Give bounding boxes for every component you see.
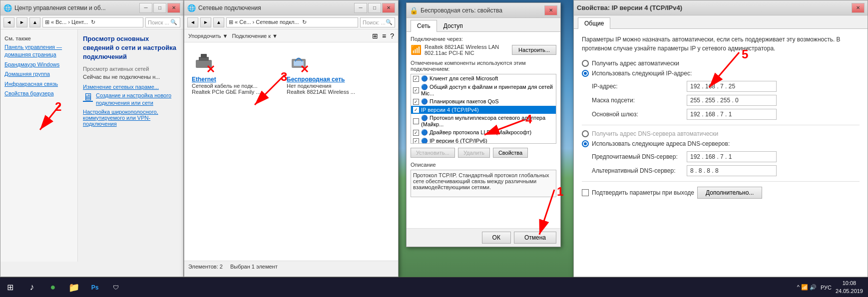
- preferred-dns-input[interactable]: [687, 151, 777, 162]
- ip-address-row: IP-адрес:: [592, 81, 860, 92]
- comp-item-2[interactable]: 🔵 Планировщик пакетов QoS: [411, 97, 556, 106]
- taskbar-app-security[interactable]: 🛡: [106, 279, 126, 297]
- comp-check-3[interactable]: [413, 107, 419, 113]
- wireless-status: Нет подключения: [287, 83, 331, 89]
- alternate-dns-input[interactable]: [687, 165, 777, 176]
- close-btn-2[interactable]: ✕: [382, 3, 395, 13]
- radio-manual-dns[interactable]: Использовать следующие адреса DNS-сервер…: [582, 140, 860, 147]
- configure-btn[interactable]: Настроить...: [512, 45, 556, 55]
- comp-check-2[interactable]: [413, 99, 419, 105]
- up-btn-1[interactable]: ▲: [29, 17, 40, 27]
- back-btn-2[interactable]: ◄: [187, 17, 198, 27]
- comp-check-5[interactable]: [413, 130, 419, 136]
- view-list-btn[interactable]: ≡: [382, 32, 386, 40]
- comp-item-1[interactable]: 🔵 Общий доступ к файлам и принтерам для …: [411, 83, 556, 97]
- setup-link[interactable]: Настройка широкополосного, коммутируемог…: [83, 109, 178, 127]
- preferred-dns-row: Предпочитаемый DNS-сервер:: [592, 151, 860, 162]
- dialog-wireless-props: 🔒 Беспроводная сеть: свойства ✕ Сеть Дос…: [406, 2, 561, 247]
- refresh-icon-2[interactable]: ↻: [302, 19, 307, 25]
- sidebar-link-browser[interactable]: Свойства браузера: [0, 89, 77, 98]
- address-bar-2[interactable]: ⊞ « Се... › Сетевые подкл... ↻: [226, 17, 358, 27]
- sidebar-link-infrared[interactable]: Инфракрасная связь: [0, 79, 77, 89]
- taskbar-app-chrome[interactable]: ●: [43, 279, 63, 297]
- validate-checkbox-row: Подтвердить параметры при выходе Дополни…: [582, 187, 860, 199]
- radio-auto-ip-circle[interactable]: [582, 60, 589, 67]
- radio-auto-dns-label: Получить адрес DNS-сервера автоматически: [592, 130, 718, 137]
- connect-to-btn[interactable]: Подключение к ▼: [232, 33, 278, 39]
- maximize-btn-2[interactable]: □: [368, 3, 381, 13]
- comp-item-0[interactable]: 🔵 Клиент для сетей Microsoft: [411, 74, 556, 83]
- install-btn[interactable]: Установить...: [411, 148, 455, 158]
- comp-item-5[interactable]: 🔵 Драйвер протокола LLDP (Майкрософт): [411, 128, 556, 137]
- minimize-btn-1[interactable]: ─: [139, 3, 152, 13]
- address-bar-1[interactable]: ⊞ « Вс... › Цент... ↻: [42, 17, 143, 27]
- up-btn-2[interactable]: ▲: [213, 17, 224, 27]
- create-connection-link[interactable]: 🖥 Создание и настройка нового подключени…: [83, 92, 178, 107]
- comp-check-1[interactable]: [413, 87, 419, 93]
- wireless-ok-btn[interactable]: ОК: [482, 232, 511, 244]
- forward-btn-1[interactable]: ►: [16, 17, 27, 27]
- tab-access[interactable]: Доступ: [437, 20, 469, 31]
- view-btn[interactable]: ⊞: [372, 32, 378, 40]
- ipv4-body: Параметры IP можно назначать автоматичес…: [574, 29, 868, 276]
- start-button[interactable]: ⊞: [0, 278, 20, 297]
- toolbar-2: ◄ ► ▲ ⊞ « Се... › Сетевые подкл... ↻ Пои…: [184, 15, 398, 29]
- change-settings-link[interactable]: Изменение сетевых параме...: [83, 84, 178, 90]
- comp-check-0[interactable]: [413, 76, 419, 82]
- sidebar-link-firewall[interactable]: Брандмауэр Windows: [0, 60, 77, 69]
- comp-item-3[interactable]: IP версии 4 (TCP/IPv4): [411, 106, 556, 114]
- search-bar-2[interactable]: Поиск: ... 🔍: [360, 17, 395, 27]
- gateway-input[interactable]: [687, 109, 777, 120]
- svg-rect-8: [294, 61, 304, 66]
- adapter-ethernet: Ethernet Сетевой кабель не подк... Realt…: [192, 50, 272, 253]
- taskbar-app-media[interactable]: ♪: [22, 279, 42, 297]
- close-btn-ipv4[interactable]: ✕: [852, 3, 865, 13]
- sidebar-section-title: См. также: [0, 33, 77, 42]
- organize-btn[interactable]: Упорядочить ▼: [188, 33, 228, 39]
- advanced-btn[interactable]: Дополнительно...: [697, 187, 762, 199]
- taskbar-app-photoshop[interactable]: Ps: [85, 279, 105, 297]
- comp-item-4[interactable]: 🔵 Протокол мультиплексора сетевого адапт…: [411, 114, 556, 128]
- window-controls-ipv4: ✕: [852, 3, 865, 13]
- ipv4-description: Параметры IP можно назначать автоматичес…: [582, 35, 860, 53]
- adapter-display-icon: 📶: [411, 44, 422, 55]
- radio-auto-dns[interactable]: Получить адрес DNS-сервера автоматически: [582, 130, 860, 137]
- help-btn[interactable]: ?: [390, 32, 394, 40]
- ip-address-input[interactable]: [687, 81, 777, 92]
- comp-text-4: 🔵 Протокол мультиплексора сетевого адапт…: [421, 115, 554, 127]
- subnet-input[interactable]: [687, 95, 777, 106]
- comp-text-6: 🔵 IP версии 6 (TCP/IPv6): [421, 138, 487, 144]
- minimize-btn-2[interactable]: ─: [354, 3, 367, 13]
- close-btn-1[interactable]: ✕: [167, 3, 180, 13]
- radio-manual-ip-circle[interactable]: [582, 70, 589, 77]
- sidebar-link-homegroup[interactable]: Домашняя группа: [0, 69, 77, 79]
- properties-btn[interactable]: Свойства: [493, 148, 528, 158]
- uninstall-btn[interactable]: Удалить: [458, 148, 490, 158]
- adapter-wireless: Беспроводная сеть Нет подключения Realte…: [287, 50, 367, 253]
- search-bar-1[interactable]: Поиск ... 🔍: [145, 17, 180, 27]
- divider-2: [582, 181, 860, 182]
- comp-check-4[interactable]: [413, 118, 419, 124]
- radio-auto-dns-circle[interactable]: [582, 130, 589, 137]
- back-btn-1[interactable]: ◄: [3, 17, 14, 27]
- tab-general-ipv4[interactable]: Общие: [578, 17, 610, 29]
- refresh-icon-1[interactable]: ↻: [91, 19, 95, 25]
- validate-checkbox[interactable]: [582, 189, 589, 196]
- comp-check-6[interactable]: [413, 138, 419, 144]
- wireless-name[interactable]: Беспроводная сеть: [287, 76, 345, 83]
- comp-item-6[interactable]: 🔵 IP версии 6 (TCP/IPv6): [411, 137, 556, 144]
- ip-address-label: IP-адрес:: [592, 83, 687, 90]
- radio-manual-dns-circle[interactable]: [582, 140, 589, 147]
- sidebar-link-home[interactable]: Панель управления — домашняя страница: [0, 42, 77, 60]
- tab-network[interactable]: Сеть: [411, 20, 437, 32]
- taskbar-app-explorer[interactable]: 📁: [64, 279, 84, 297]
- wireless-cancel-btn[interactable]: Отмена: [514, 232, 556, 244]
- comp-text-0: 🔵 Клиент для сетей Microsoft: [421, 75, 498, 82]
- radio-manual-ip[interactable]: Использовать следующий IP-адрес:: [582, 70, 860, 77]
- radio-auto-ip[interactable]: Получить адрес автоматически: [582, 60, 860, 67]
- close-btn-wp[interactable]: ✕: [544, 5, 557, 15]
- window-network-center: 🌐 Центр управления сетями и об... ─ □ ✕ …: [0, 0, 184, 277]
- maximize-btn-1[interactable]: □: [153, 3, 166, 13]
- forward-btn-2[interactable]: ►: [200, 17, 211, 27]
- ethernet-name[interactable]: Ethernet: [192, 76, 216, 83]
